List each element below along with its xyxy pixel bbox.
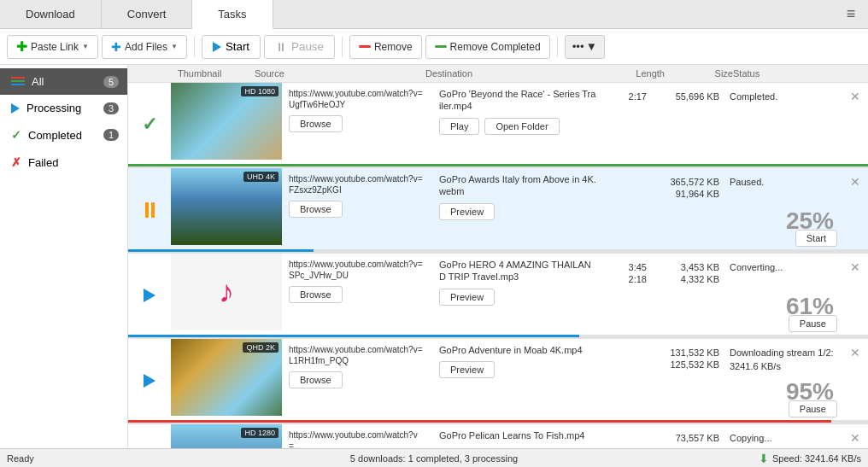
- task-2-dest: GoPro Awards Italy from Above in 4K.webm…: [432, 168, 603, 252]
- completed-icon: ✓: [11, 128, 21, 142]
- remove-label: Remove: [374, 41, 413, 53]
- menu-button[interactable]: ≡: [834, 0, 868, 28]
- download-speed-icon: ⬇: [759, 452, 769, 465]
- task-3-dest-actions: Preview: [439, 289, 596, 306]
- task-5-status-text: Copying...: [730, 433, 772, 443]
- task-3-length-val2: 2:18: [629, 274, 647, 284]
- task-3-preview-btn[interactable]: Preview: [439, 289, 495, 306]
- sidebar-item-all[interactable]: All 5: [0, 68, 127, 95]
- task-3-actions: Browse: [289, 286, 425, 303]
- task-1-quality-badge: HD 1080: [241, 86, 279, 96]
- sidebar-completed-label: Completed: [28, 129, 97, 142]
- task-3-action-btn[interactable]: Pause: [789, 315, 837, 332]
- task-5-thumbnail: HD 1280: [171, 424, 282, 448]
- toolbar-separator-2: [342, 37, 343, 57]
- task-2-status-text: Paused.: [730, 177, 764, 187]
- task-4-browse-btn[interactable]: Browse: [289, 371, 343, 388]
- task-5-url: https://www.youtube.com/watch?v=...: [289, 429, 425, 448]
- task-4-size-val2: 125,532 KB: [671, 359, 720, 370]
- task-2-thumbnail: UHD 4K: [171, 168, 282, 245]
- sidebar-item-processing[interactable]: Processing 3: [0, 95, 127, 121]
- task-3-browse-btn[interactable]: Browse: [289, 286, 343, 303]
- close-icon[interactable]: ✕: [850, 431, 860, 445]
- task-1-play-btn[interactable]: Play: [439, 118, 479, 135]
- close-icon[interactable]: ✕: [850, 346, 860, 359]
- paste-link-label: Paste Link: [31, 41, 79, 53]
- sidebar-item-completed[interactable]: ✓ Completed 1: [0, 121, 127, 149]
- task-3-length-val: 3:45: [629, 262, 647, 272]
- tab-tasks[interactable]: Tasks: [192, 0, 273, 29]
- task-3-status: Converting... 61% Pause: [723, 254, 842, 337]
- task-5-size: 73,557 KB: [650, 424, 723, 448]
- header-destination: Destination: [425, 68, 613, 79]
- pause-button[interactable]: ⏸ Pause: [264, 35, 335, 59]
- task-1-progress-container: [128, 164, 868, 166]
- table-header: Thumbnail Source Destination Length Size…: [128, 65, 868, 83]
- task-2-preview-btn[interactable]: Preview: [439, 203, 495, 220]
- task-4-quality-badge: QHD 2K: [243, 342, 279, 353]
- sidebar-processing-label: Processing: [26, 102, 97, 114]
- start-button[interactable]: Start: [202, 35, 261, 59]
- task-1-close[interactable]: ✕: [842, 83, 868, 166]
- task-4-thumbnail: QHD 2K: [171, 339, 282, 416]
- more-dots: •••: [572, 40, 584, 53]
- task-1-progress-bar: [128, 164, 868, 166]
- pause-bar-1: [145, 202, 149, 218]
- close-icon[interactable]: ✕: [850, 260, 860, 274]
- add-files-button[interactable]: ✚ Add Files ▼: [102, 35, 187, 59]
- task-1-browse-btn[interactable]: Browse: [289, 115, 343, 132]
- task-2-size-val: 365,572 KB: [671, 177, 720, 187]
- task-2-state-icon: [128, 168, 171, 252]
- status-bar: Ready 5 downloads: 1 completed, 3 proces…: [0, 448, 868, 467]
- task-list: Thumbnail Source Destination Length Size…: [128, 65, 868, 448]
- task-4-info: https://www.youtube.com/watch?v=L1RH1fm_…: [282, 339, 432, 423]
- tab-convert[interactable]: Convert: [102, 0, 193, 28]
- task-2-action-btn[interactable]: Start: [795, 230, 837, 247]
- task-4-close[interactable]: ✕: [842, 339, 868, 423]
- task-5-quality-badge: HD 1280: [241, 428, 279, 438]
- remove-completed-button[interactable]: Remove Completed: [425, 35, 550, 59]
- task-row: ♪ https://www.youtube.com/watch?v=SPc_JV…: [128, 254, 868, 339]
- task-4-state-icon: [128, 339, 171, 423]
- paste-link-button[interactable]: ✚ Paste Link ▼: [7, 35, 98, 59]
- task-2-size: 365,572 KB 91,964 KB: [650, 168, 723, 252]
- task-1-openfolder-btn[interactable]: Open Folder: [484, 118, 559, 135]
- header-status: Status: [733, 68, 861, 79]
- task-4-action-btn[interactable]: Pause: [789, 400, 837, 417]
- remove-completed-icon: [435, 45, 447, 48]
- task-2-dest-actions: Preview: [439, 203, 596, 220]
- task-1-url: https://www.youtube.com/watch?v=UgfTw6He…: [289, 88, 425, 110]
- task-4-preview-btn[interactable]: Preview: [439, 361, 495, 378]
- task-3-info: https://www.youtube.com/watch?v=SPc_JVHw…: [282, 254, 432, 337]
- task-3-size: 3,453 KB 4,332 KB: [650, 254, 723, 337]
- status-speed: Speed: 3241.64 KB/s: [772, 453, 861, 464]
- main-area: All 5 Processing 3 ✓ Completed 1 ✗ Faile…: [0, 65, 868, 448]
- task-2-close[interactable]: ✕: [842, 168, 868, 252]
- task-1-info: https://www.youtube.com/watch?v=UgfTw6He…: [282, 83, 432, 166]
- header-size: Size: [665, 68, 733, 79]
- task-2-browse-btn[interactable]: Browse: [289, 201, 343, 218]
- pause-icon: ⏸: [275, 40, 287, 54]
- task-3-close[interactable]: ✕: [842, 254, 868, 337]
- task-5-status: Copying...: [723, 424, 842, 448]
- close-icon[interactable]: ✕: [850, 90, 860, 103]
- task-4-actions: Browse: [289, 371, 425, 388]
- task-1-length-val: 2:17: [629, 91, 647, 102]
- remove-button[interactable]: Remove: [349, 35, 422, 59]
- task-1-size: 55,696 KB: [650, 83, 723, 166]
- task-2-length: [603, 168, 650, 252]
- pause-icon: [145, 202, 155, 218]
- tab-download[interactable]: Download: [0, 0, 102, 28]
- more-button[interactable]: ••• ▼: [565, 35, 605, 59]
- task-4-progress-bar: [128, 420, 831, 423]
- task-2-dest-name: GoPro Awards Italy from Above in 4K.webm: [439, 173, 596, 198]
- task-row: ✓ HD 1080 https://www.youtube.com/watch?…: [128, 83, 868, 168]
- close-icon[interactable]: ✕: [850, 175, 860, 189]
- header-source: Source: [255, 68, 425, 79]
- task-row: UHD 4K https://www.youtube.com/watch?v=F…: [128, 168, 868, 254]
- task-2-progress-container: [128, 249, 868, 252]
- task-1-dest: GoPro 'Beyond the Race' - Series Trailer…: [432, 83, 603, 166]
- task-2-size-val2: 91,964 KB: [676, 189, 719, 199]
- sidebar-item-failed[interactable]: ✗ Failed: [0, 149, 127, 176]
- task-5-close[interactable]: ✕: [842, 424, 868, 448]
